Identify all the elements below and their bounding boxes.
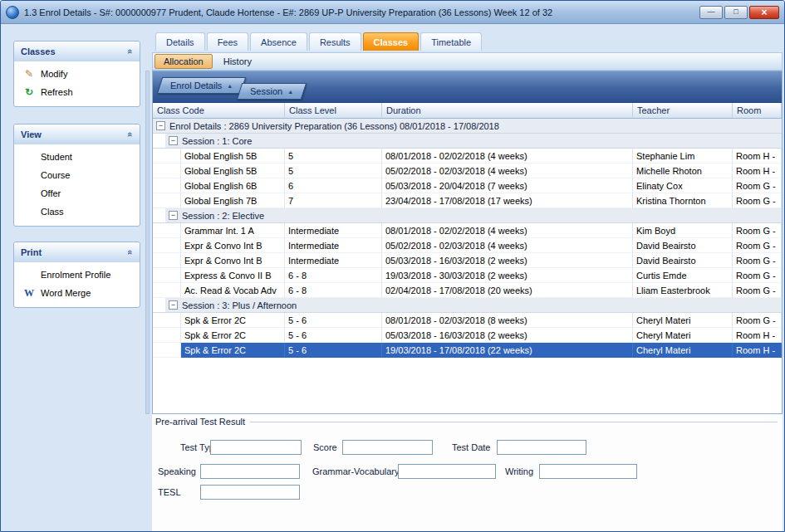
sidebar-item-student[interactable]: Student <box>14 148 140 166</box>
row-indent <box>153 178 181 193</box>
grid-row[interactable]: Grammar Int. 1 AIntermediate08/01/2018 -… <box>153 223 782 238</box>
cell-class-level: 6 - 8 <box>285 268 382 283</box>
cell-teacher: Curtis Emde <box>633 268 733 283</box>
group-label: Session : 2: Elective <box>182 211 264 221</box>
row-indent <box>153 223 181 238</box>
cell-class-level: 5 - 6 <box>285 313 382 328</box>
collapse-box[interactable]: − <box>169 300 178 310</box>
grid-row-selected[interactable]: Spk & Error 2C5 - 619/03/2018 - 17/08/20… <box>153 343 782 358</box>
subtab-allocation[interactable]: Allocation <box>155 54 213 69</box>
grid-row[interactable]: Expr & Convo Int BIntermediate05/03/2018… <box>153 253 782 268</box>
row-indent <box>153 328 181 343</box>
grid-row[interactable]: Expr & Convo Int BIntermediate05/02/2018… <box>153 238 782 253</box>
collapse-box[interactable]: − <box>156 121 165 130</box>
cell-class-level: Intermediate <box>285 253 382 268</box>
test-date-input[interactable] <box>497 440 586 455</box>
minimize-button[interactable]: — <box>699 6 723 19</box>
test-type-input[interactable] <box>210 440 302 455</box>
cell-class-code: Global English 5B <box>181 164 285 178</box>
cell-room: Room G - <box>733 313 782 328</box>
group-row-level-1[interactable]: −Session : 3: Plus / Afternoon <box>153 298 782 313</box>
row-indent <box>153 238 181 253</box>
column-header-teacher[interactable]: Teacher <box>633 103 733 118</box>
minimize-icon: — <box>708 8 715 16</box>
sidebar-item-enrolment-profile[interactable]: Enrolment Profile <box>14 266 140 284</box>
sidebar-item-label: Word Merge <box>41 288 91 298</box>
sidebar-panel-view: View « StudentCourseOfferClass <box>13 124 140 227</box>
collapse-chevron-icon[interactable]: « <box>125 249 135 254</box>
cell-room: Room H - <box>733 343 782 358</box>
window-title: 1.3 Enrol Details - S#: 0000000977 Prude… <box>24 7 694 17</box>
panel-header-classes[interactable]: Classes « <box>14 41 140 61</box>
title-bar[interactable]: 1.3 Enrol Details - S#: 0000000977 Prude… <box>1 1 784 24</box>
sidebar-item-word-merge[interactable]: WWord Merge <box>14 284 140 302</box>
maximize-button[interactable]: □ <box>724 6 748 19</box>
column-header-class-level[interactable]: Class Level <box>285 103 382 118</box>
grid-row[interactable]: Express & Convo II B6 - 819/03/2018 - 30… <box>153 268 782 283</box>
groupby-field-enrol-details[interactable]: Enrol Details ▲ <box>157 77 247 94</box>
speaking-input[interactable] <box>200 464 300 479</box>
tesl-input[interactable] <box>200 485 300 500</box>
grid-row[interactable]: Spk & Error 2C5 - 605/03/2018 - 16/03/20… <box>153 328 782 343</box>
sidebar-item-refresh[interactable]: ↻Refresh <box>14 83 140 101</box>
group-indent <box>153 208 165 222</box>
cell-class-code: Spk & Error 2C <box>181 328 285 343</box>
cell-teacher: Kim Boyd <box>633 223 733 238</box>
group-label: Session : 1: Core <box>182 136 252 146</box>
grid-row[interactable]: Global English 7B723/04/2018 - 17/08/201… <box>153 193 782 208</box>
collapse-box[interactable]: − <box>169 136 178 145</box>
collapse-chevron-icon[interactable]: « <box>125 131 135 136</box>
panel-title: View <box>21 129 42 139</box>
tab-absence[interactable]: Absence <box>250 32 307 51</box>
sidebar-item-class[interactable]: Class <box>14 203 140 221</box>
grammar-vocabulary-input[interactable] <box>398 464 496 479</box>
sidebar-item-course[interactable]: Course <box>14 166 140 184</box>
group-row-level-0[interactable]: −Enrol Details : 2869 University Prepara… <box>153 119 782 134</box>
group-by-bar[interactable]: Enrol Details ▲ Session ▲ <box>153 71 782 103</box>
tab-fees[interactable]: Fees <box>207 32 248 51</box>
cell-class-level: Intermediate <box>285 238 382 253</box>
cell-class-level: 5 <box>285 149 382 164</box>
tab-details[interactable]: Details <box>155 32 205 51</box>
close-button[interactable]: × <box>749 6 779 19</box>
group-label: Enrol Details : 2869 University Preparat… <box>169 121 499 131</box>
group-content: −Session : 2: Elective <box>165 208 782 222</box>
cell-duration: 08/01/2018 - 02/02/2018 (4 weeks) <box>382 223 633 238</box>
close-icon: × <box>761 7 767 17</box>
writing-input[interactable] <box>539 464 637 479</box>
sidebar-item-offer[interactable]: Offer <box>14 184 140 203</box>
grid-row[interactable]: Global English 6B605/03/2018 - 20/04/201… <box>153 178 782 193</box>
score-input[interactable] <box>342 440 433 455</box>
tab-results[interactable]: Results <box>309 32 361 51</box>
sub-tab-bar: AllocationHistory <box>152 52 783 71</box>
panel-title: Classes <box>21 46 56 56</box>
sort-asc-icon: ▲ <box>287 89 293 95</box>
groupby-field-session[interactable]: Session ▲ <box>237 83 307 100</box>
panel-header-print[interactable]: Print « <box>14 242 140 262</box>
cell-class-level: 5 - 6 <box>285 343 382 358</box>
group-row-level-1[interactable]: −Session : 1: Core <box>153 134 782 149</box>
tab-timetable[interactable]: Timetable <box>420 32 482 51</box>
sidebar-item-modify[interactable]: ✎Modify <box>14 65 140 83</box>
grid-row[interactable]: Global English 5B508/01/2018 - 02/02/201… <box>153 149 782 164</box>
panel-header-view[interactable]: View « <box>14 124 140 144</box>
column-header-duration[interactable]: Duration <box>382 103 633 118</box>
cell-duration: 05/03/2018 - 16/03/2018 (2 weeks) <box>382 253 633 268</box>
cell-class-level: 6 - 8 <box>285 283 382 298</box>
splitter[interactable] <box>145 71 150 414</box>
sidebar-item-label: Refresh <box>41 87 73 97</box>
grid-row[interactable]: Spk & Error 2C5 - 608/01/2018 - 02/03/20… <box>153 313 782 328</box>
cell-room: Room G - <box>733 253 782 268</box>
tab-classes[interactable]: Classes <box>363 32 419 51</box>
cell-teacher: Elinaty Cox <box>633 178 733 193</box>
column-header-class-code[interactable]: Class Code <box>153 103 285 118</box>
cell-duration: 05/03/2018 - 16/03/2018 (2 weeks) <box>382 328 633 343</box>
group-row-level-1[interactable]: −Session : 2: Elective <box>153 208 782 223</box>
column-header-room[interactable]: Room <box>733 103 782 118</box>
subtab-history[interactable]: History <box>214 54 261 69</box>
collapse-chevron-icon[interactable]: « <box>125 48 135 53</box>
collapse-box[interactable]: − <box>169 211 178 220</box>
maximize-icon: □ <box>733 8 738 16</box>
grid-row[interactable]: Ac. Read & Vocab Adv6 - 802/04/2018 - 17… <box>153 283 782 298</box>
grid-row[interactable]: Global English 5B505/02/2018 - 02/03/201… <box>153 164 782 178</box>
